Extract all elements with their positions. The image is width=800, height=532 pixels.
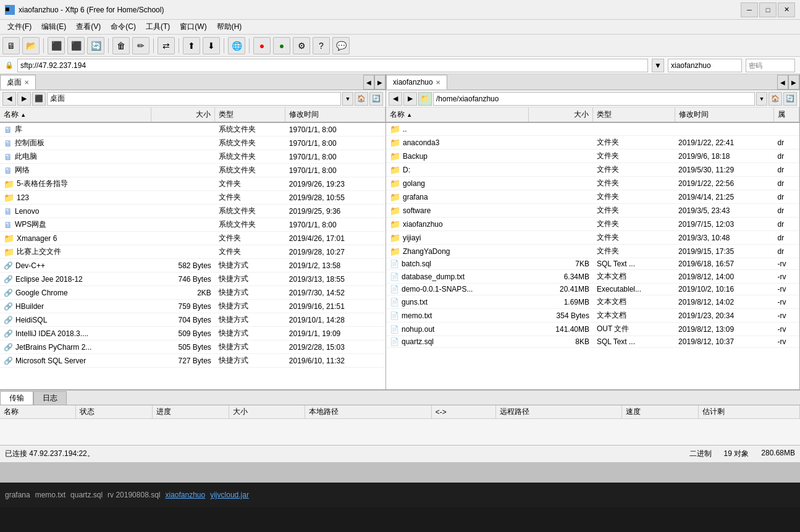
terminal-link-1[interactable]: xiaofanzhuo bbox=[165, 491, 205, 499]
right-file-row[interactable]: 📄 guns.txt 1.69MB 文本文档 2019/8/12, 14:02 … bbox=[386, 295, 799, 309]
right-file-row[interactable]: 📁 Backup 文件夹 2019/9/6, 18:18 dr bbox=[386, 150, 799, 163]
address-input[interactable] bbox=[17, 59, 648, 72]
left-col-size[interactable]: 大小 bbox=[151, 108, 214, 122]
terminal-link-2[interactable]: yijvcloud.jar bbox=[210, 491, 249, 499]
left-address-dropdown[interactable]: ▼ bbox=[342, 92, 353, 106]
left-tab-desktop[interactable]: 桌面 ✕ bbox=[0, 75, 36, 90]
left-refresh-button[interactable]: 🔄 bbox=[369, 92, 383, 106]
left-forward-button[interactable]: ▶ bbox=[17, 92, 31, 106]
right-file-row[interactable]: 📄 quartz.sql 8KB SQL Text ... 2019/8/12,… bbox=[386, 336, 799, 348]
right-address-input[interactable] bbox=[433, 92, 755, 106]
open-button[interactable]: 📂 bbox=[22, 37, 40, 54]
username-input[interactable] bbox=[668, 59, 742, 72]
left-file-row[interactable]: 🔗 Eclipse Jee 2018-12 746 Bytes 快捷方式 201… bbox=[0, 272, 385, 286]
download-button[interactable]: ⬇ bbox=[203, 37, 220, 54]
left-file-row[interactable]: 🖥 网络 系统文件夹 1970/1/1, 8:00 bbox=[0, 164, 385, 177]
right-file-row[interactable]: 📁 xiaofanzhuo 文件夹 2019/7/15, 12:03 dr bbox=[386, 217, 799, 231]
left-up-button[interactable]: ⬛ bbox=[32, 92, 46, 106]
left-tab-close-icon[interactable]: ✕ bbox=[24, 79, 29, 86]
right-file-row[interactable]: 📁 software 文件夹 2019/3/5, 23:43 dr bbox=[386, 204, 799, 217]
left-back-button[interactable]: ◀ bbox=[2, 92, 16, 106]
right-tab-close-icon[interactable]: ✕ bbox=[436, 79, 440, 86]
left-file-row[interactable]: 🔗 Google Chrome 2KB 快捷方式 2019/7/30, 14:5… bbox=[0, 286, 385, 300]
left-file-row[interactable]: 🖥 库 系统文件夹 1970/1/1, 8:00 bbox=[0, 122, 385, 137]
left-col-name[interactable]: 名称 ▲ bbox=[0, 108, 151, 122]
minimize-button[interactable]: ─ bbox=[741, 2, 758, 17]
right-tab-xiaofanzhuo[interactable]: xiaofanzhuo ✕ bbox=[386, 75, 447, 90]
left-file-row[interactable]: 🖥 控制面板 系统文件夹 1970/1/1, 8:00 bbox=[0, 137, 385, 150]
right-file-row[interactable]: 📄 batch.sql 7KB SQL Text ... 2019/6/18, … bbox=[386, 258, 799, 270]
address-dropdown-button[interactable]: ▼ bbox=[652, 59, 664, 72]
new-session-button[interactable]: 🖥 bbox=[2, 37, 20, 54]
right-file-row[interactable]: 📁 D: 文件夹 2019/5/30, 11:29 dr bbox=[386, 163, 799, 177]
help-button[interactable]: ? bbox=[313, 37, 330, 54]
green-button[interactable]: ● bbox=[273, 37, 290, 54]
right-col-size[interactable]: 大小 bbox=[528, 108, 593, 122]
left-file-row[interactable]: 🖥 WPS网盘 系统文件夹 1970/1/1, 8:00 bbox=[0, 218, 385, 232]
left-file-row[interactable]: 🔗 Microsoft SQL Server 727 Bytes 快捷方式 20… bbox=[0, 354, 385, 368]
menu-help[interactable]: 帮助(H) bbox=[212, 20, 247, 33]
left-file-list-scroll[interactable]: 名称 ▲ 大小 类型 修改时间 🖥 库 系统文件夹 1970/1/1, 8:00… bbox=[0, 108, 385, 389]
menu-view[interactable]: 查看(V) bbox=[71, 20, 106, 33]
delete-button[interactable]: 🗑 bbox=[112, 37, 130, 54]
left-file-row[interactable]: 🔗 JetBrains PyCharm 2... 505 Bytes 快捷方式 … bbox=[0, 340, 385, 354]
left-home-button[interactable]: 🏠 bbox=[355, 92, 368, 106]
maximize-button[interactable]: □ bbox=[759, 2, 777, 17]
left-col-modified[interactable]: 修改时间 bbox=[285, 108, 385, 122]
menu-command[interactable]: 命令(C) bbox=[106, 20, 141, 33]
refresh-button[interactable]: 🔄 bbox=[87, 37, 104, 54]
right-file-row[interactable]: 📁 yijiayi 文件夹 2019/3/3, 10:48 dr bbox=[386, 231, 799, 245]
left-file-row[interactable]: 🔗 HeidiSQL 704 Bytes 快捷方式 2019/10/1, 14:… bbox=[0, 313, 385, 327]
right-file-row[interactable]: 📁 golang 文件夹 2019/1/22, 22:56 dr bbox=[386, 177, 799, 190]
chat-button[interactable]: 💬 bbox=[332, 37, 350, 54]
right-col-type[interactable]: 类型 bbox=[593, 108, 675, 122]
left-file-row[interactable]: 📁 5-表格任务指导 文件夹 2019/9/26, 19:23 bbox=[0, 177, 385, 191]
right-file-list-scroll[interactable]: 名称 ▲ 大小 类型 修改时间 属 📁 .. 📁 anaconda3 文件夹 bbox=[386, 108, 799, 389]
menu-tools[interactable]: 工具(T) bbox=[141, 20, 175, 33]
globe-button[interactable]: 🌐 bbox=[228, 37, 245, 54]
menu-file[interactable]: 文件(F) bbox=[2, 20, 36, 33]
left-file-row[interactable]: 📁 Xmanager 6 文件夹 2019/4/26, 17:01 bbox=[0, 232, 385, 245]
menu-window[interactable]: 窗口(W) bbox=[175, 20, 211, 33]
left-col-type[interactable]: 类型 bbox=[215, 108, 285, 122]
left-file-row[interactable]: 📁 比赛上交文件 文件夹 2019/9/28, 10:27 bbox=[0, 245, 385, 259]
transfer-tab-transmit[interactable]: 传输 bbox=[0, 391, 33, 405]
right-address-dropdown[interactable]: ▼ bbox=[756, 92, 767, 106]
right-file-row[interactable]: 📁 .. bbox=[386, 122, 799, 136]
rename-button[interactable]: ✏ bbox=[132, 37, 149, 54]
transfer-button[interactable]: ⇄ bbox=[158, 37, 175, 54]
right-col-modified[interactable]: 修改时间 bbox=[675, 108, 773, 122]
transfer-tab-log[interactable]: 日志 bbox=[33, 391, 67, 405]
right-file-row[interactable]: 📁 grafana 文件夹 2019/4/14, 21:25 dr bbox=[386, 190, 799, 204]
left-address-input[interactable] bbox=[47, 92, 341, 106]
right-file-row[interactable]: 📁 ZhangYaDong 文件夹 2019/9/15, 17:35 dr bbox=[386, 245, 799, 258]
right-col-name[interactable]: 名称 ▲ bbox=[386, 108, 528, 122]
right-home-button[interactable]: 🏠 bbox=[768, 92, 782, 106]
left-file-row[interactable]: 📁 123 文件夹 2019/9/28, 10:55 bbox=[0, 191, 385, 205]
close-button[interactable]: ✕ bbox=[778, 2, 795, 17]
left-file-row[interactable]: 🔗 IntelliJ IDEA 2018.3.... 509 Bytes 快捷方… bbox=[0, 327, 385, 340]
copy-button[interactable]: ⬛ bbox=[48, 37, 65, 54]
menu-edit[interactable]: 编辑(E) bbox=[36, 20, 71, 33]
right-col-attr[interactable]: 属 bbox=[774, 108, 799, 122]
right-file-row[interactable]: 📁 anaconda3 文件夹 2019/1/22, 22:41 dr bbox=[386, 136, 799, 150]
right-file-row[interactable]: 📄 memo.txt 354 Bytes 文本文档 2019/1/23, 20:… bbox=[386, 309, 799, 323]
right-refresh-button[interactable]: 🔄 bbox=[783, 92, 797, 106]
gear-button[interactable]: ⚙ bbox=[293, 37, 310, 54]
paste-button[interactable]: ⬛ bbox=[67, 37, 85, 54]
left-file-row[interactable]: 🔗 HBuilder 759 Bytes 快捷方式 2019/9/16, 21:… bbox=[0, 300, 385, 313]
right-file-row[interactable]: 📄 database_dump.txt 6.34MB 文本文档 2019/8/1… bbox=[386, 270, 799, 284]
upload-button[interactable]: ⬆ bbox=[183, 37, 200, 54]
left-file-row[interactable]: 🖥 此电脑 系统文件夹 1970/1/1, 8:00 bbox=[0, 150, 385, 164]
right-back-button[interactable]: ◀ bbox=[389, 92, 402, 106]
left-tab-next-button[interactable]: ▶ bbox=[374, 75, 385, 90]
right-file-row[interactable]: 📄 nohup.out 141.40MB OUT 文件 2019/8/12, 1… bbox=[386, 323, 799, 336]
right-forward-button[interactable]: ▶ bbox=[403, 92, 417, 106]
left-file-row[interactable]: 🖥 Lenovo 系统文件夹 2019/9/25, 9:36 bbox=[0, 205, 385, 218]
red-button[interactable]: ● bbox=[253, 37, 271, 54]
left-file-row[interactable]: 🔗 Dev-C++ 582 Bytes 快捷方式 2019/1/2, 13:58 bbox=[0, 259, 385, 272]
right-up-button[interactable]: 📁 bbox=[418, 92, 432, 106]
right-file-row[interactable]: 📄 demo-0.0.1-SNAPS... 20.41MB Executable… bbox=[386, 284, 799, 295]
left-tab-prev-button[interactable]: ◀ bbox=[363, 75, 374, 90]
password-input[interactable] bbox=[746, 59, 795, 72]
